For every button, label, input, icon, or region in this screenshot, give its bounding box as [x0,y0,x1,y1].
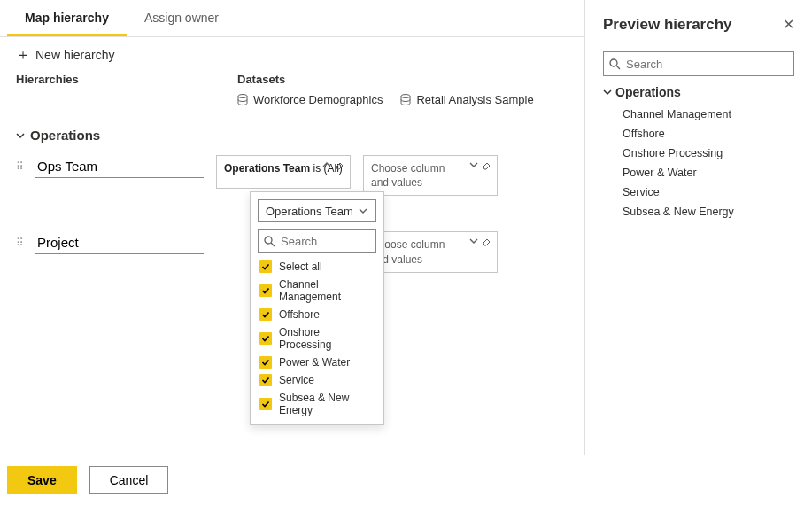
dropdown-option[interactable]: Onshore Processing [258,323,376,354]
dropdown-search[interactable] [258,229,376,252]
preview-leaf[interactable]: Service [603,183,794,202]
column-chooser-placeholder[interactable]: Choose column and values [363,155,498,196]
preview-root-label: Operations [615,85,681,99]
level-name-input[interactable] [35,155,204,178]
drag-handle-icon[interactable]: ⠿ [16,160,23,173]
preview-search[interactable] [603,51,794,76]
column-chooser-ph2: and values [371,252,490,267]
checkbox-checked-icon[interactable] [259,398,272,410]
column-chooser-title: Operations Team [224,162,310,175]
dataset-item[interactable]: Workforce Demographics [237,93,383,106]
dropdown-option[interactable]: Power & Water [258,354,376,371]
drag-handle-icon[interactable]: ⠿ [16,237,23,249]
svg-line-3 [271,243,275,246]
chevron-down-icon [358,206,368,216]
checkbox-checked-icon[interactable] [259,284,272,297]
preview-search-input[interactable] [624,57,788,72]
svg-point-2 [265,237,272,244]
dropdown-option-label: Offshore [279,308,320,321]
dataset-label: Retail Analysis Sample [416,93,533,106]
hierarchies-header: Hierarchies [16,73,237,86]
tab-map-hierarchy[interactable]: Map hierarchy [7,0,127,36]
checkbox-checked-icon[interactable] [259,260,272,273]
tab-assign-owner[interactable]: Assign owner [127,0,236,36]
preview-leaf[interactable]: Channel Management [603,105,794,124]
new-hierarchy-button[interactable]: ＋ New hierarchy [16,48,114,62]
plus-icon: ＋ [16,48,30,62]
chevron-up-icon[interactable] [321,159,332,170]
hierarchy-name: Operations [30,128,100,143]
dropdown-select-all[interactable]: Select all [258,258,376,276]
eraser-icon[interactable] [481,159,491,170]
dropdown-option[interactable]: Service [258,371,376,389]
svg-line-5 [616,66,620,69]
search-icon [609,58,621,70]
eraser-icon[interactable] [334,159,344,170]
svg-point-1 [401,94,410,97]
column-select-value: Operations Team [266,205,353,218]
dataset-item[interactable]: Retail Analysis Sample [400,93,533,106]
close-icon[interactable]: ✕ [783,16,794,33]
hierarchy-toggle[interactable]: Operations [16,119,568,155]
checkbox-checked-icon[interactable] [259,332,272,345]
checkbox-checked-icon[interactable] [259,374,272,386]
dataset-icon [237,94,248,106]
dropdown-option-label: Subsea & New Energy [279,392,375,416]
column-select[interactable]: Operations Team [258,199,376,222]
chevron-down-icon [16,131,25,140]
preview-title: Preview hierarchy [603,16,732,34]
dropdown-option[interactable]: Channel Management [258,276,376,306]
dropdown-option-label: Channel Management [279,278,375,303]
column-chooser-active[interactable]: Operations Team is (All) [216,155,351,189]
chevron-down-icon[interactable] [468,159,479,170]
tab-bar: Map hierarchy Assign owner [0,0,584,37]
datasets-header: Datasets [237,73,568,86]
search-icon [264,236,275,247]
preview-root-toggle[interactable]: Operations [603,85,794,99]
new-hierarchy-label: New hierarchy [35,48,114,62]
select-all-label: Select all [279,260,322,273]
dropdown-option[interactable]: Subsea & New Energy [258,389,376,419]
svg-point-0 [238,94,247,97]
preview-leaf[interactable]: Power & Water [603,163,794,183]
checkbox-checked-icon[interactable] [259,308,272,321]
chevron-down-icon[interactable] [468,236,479,246]
eraser-icon[interactable] [481,236,491,246]
chevron-down-icon [603,88,612,97]
preview-leaf[interactable]: Onshore Processing [603,144,794,163]
svg-point-4 [610,59,617,66]
dropdown-option[interactable]: Offshore [258,306,376,323]
dropdown-option-label: Power & Water [279,356,350,369]
dropdown-option-label: Service [279,374,314,386]
dropdown-search-input[interactable] [279,234,370,249]
level-name-input[interactable] [35,231,204,254]
dataset-icon [400,94,411,106]
dropdown-option-label: Onshore Processing [279,326,375,351]
cancel-button[interactable]: Cancel [89,466,169,494]
column-chooser-ph2: and values [371,175,490,190]
preview-leaf[interactable]: Offshore [603,124,794,144]
save-button[interactable]: Save [7,466,77,494]
checkbox-checked-icon[interactable] [259,356,272,369]
column-dropdown: Operations Team Select allChannel Manage… [250,191,384,425]
dataset-label: Workforce Demographics [253,93,383,106]
preview-leaf[interactable]: Subsea & New Energy [603,202,794,221]
